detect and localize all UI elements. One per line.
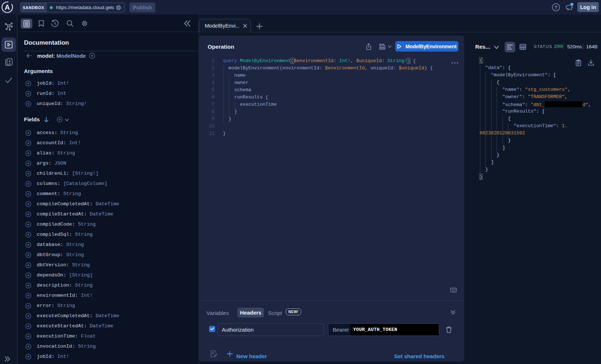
svg-text:A: A (5, 3, 10, 11)
svg-text:?: ? (554, 5, 557, 10)
